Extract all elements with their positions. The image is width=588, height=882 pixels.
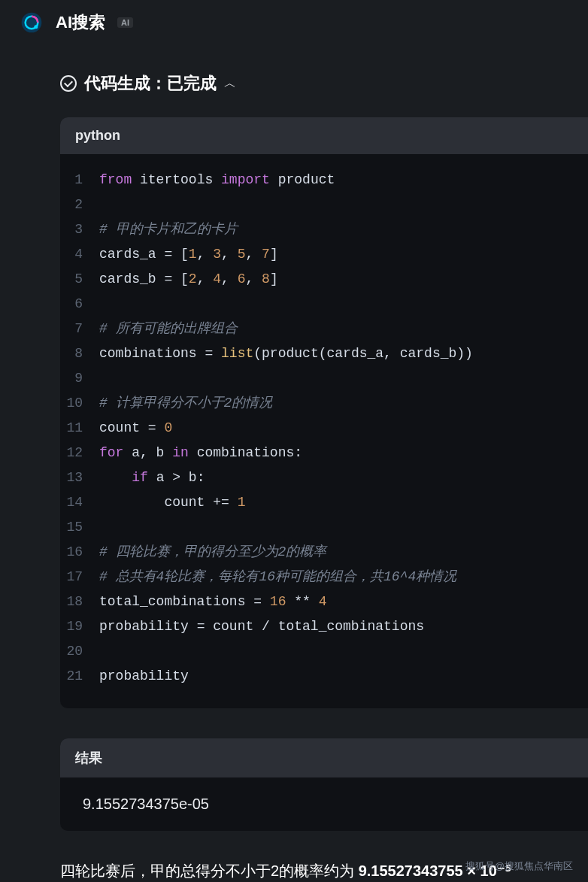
- code-content: total_combinations = 16 ** 4: [99, 590, 326, 614]
- code-line: 21probability: [60, 664, 588, 689]
- code-content: # 所有可能的出牌组合: [99, 317, 238, 341]
- code-line: 8combinations = list(product(cards_a, ca…: [60, 341, 588, 366]
- code-content: probability = count / total_combinations: [99, 614, 424, 639]
- code-line: 15: [60, 515, 588, 540]
- code-content: probability: [99, 664, 189, 689]
- code-line: 1from itertools import product: [60, 168, 588, 192]
- app-title: AI搜索: [56, 11, 105, 34]
- result-value: 9.1552734375e-05: [60, 777, 588, 831]
- code-content: # 总共有4轮比赛，每轮有16种可能的组合，共16^4种情况: [99, 565, 456, 590]
- line-number: 9: [60, 366, 99, 391]
- line-number: 3: [60, 217, 99, 242]
- code-body[interactable]: 1from itertools import product23# 甲的卡片和乙…: [60, 154, 588, 708]
- line-number: 19: [60, 614, 99, 639]
- code-line: 12for a, b in combinations:: [60, 441, 588, 465]
- check-circle-icon: [60, 75, 77, 92]
- code-content: count += 1: [99, 490, 245, 515]
- line-number: 15: [60, 515, 99, 540]
- section-header[interactable]: 代码生成：已完成 ︿: [0, 50, 588, 110]
- code-line: 14 count += 1: [60, 490, 588, 515]
- svg-point-2: [34, 25, 38, 29]
- code-language-label: python: [60, 117, 588, 154]
- line-number: 11: [60, 416, 99, 441]
- app-header: AI搜索 AI: [0, 9, 588, 50]
- code-content: if a > b:: [99, 465, 205, 490]
- line-number: 2: [60, 192, 99, 217]
- line-number: 20: [60, 639, 99, 664]
- code-content: combinations = list(product(cards_a, car…: [99, 341, 473, 366]
- code-line: 9: [60, 366, 588, 391]
- code-block: python 1from itertools import product23#…: [60, 117, 588, 708]
- code-content: cards_b = [2, 4, 6, 8]: [99, 267, 278, 292]
- code-content: # 甲的卡片和乙的卡片: [99, 217, 238, 242]
- code-line: 11count = 0: [60, 416, 588, 441]
- code-line: 18total_combinations = 16 ** 4: [60, 590, 588, 614]
- code-line: 6: [60, 292, 588, 317]
- ai-badge: AI: [117, 17, 133, 28]
- line-number: 7: [60, 317, 99, 341]
- line-number: 13: [60, 465, 99, 490]
- line-number: 16: [60, 540, 99, 565]
- code-line: 5cards_b = [2, 4, 6, 8]: [60, 267, 588, 292]
- line-number: 8: [60, 341, 99, 366]
- watermark: 搜狐号@搜狐焦点华南区: [465, 859, 573, 873]
- code-line: 13 if a > b:: [60, 465, 588, 490]
- line-number: 14: [60, 490, 99, 515]
- code-line: 19probability = count / total_combinatio…: [60, 614, 588, 639]
- line-number: 17: [60, 565, 99, 590]
- code-content: from itertools import product: [99, 168, 335, 192]
- code-content: cards_a = [1, 3, 5, 7]: [99, 242, 278, 267]
- code-line: 20: [60, 639, 588, 664]
- code-content: # 计算甲得分不小于2的情况: [99, 391, 272, 416]
- code-content: for a, b in combinations:: [99, 441, 302, 465]
- code-line: 2: [60, 192, 588, 217]
- result-header: 结果: [60, 738, 588, 777]
- code-content: count = 0: [99, 416, 172, 441]
- section-title: 代码生成：已完成: [84, 72, 217, 95]
- summary-prefix: 四轮比赛后，甲的总得分不小于2的概率约为: [60, 862, 359, 879]
- line-number: 18: [60, 590, 99, 614]
- code-content: # 四轮比赛，甲的得分至少为2的概率: [99, 540, 326, 565]
- line-number: 5: [60, 267, 99, 292]
- code-line: 7# 所有可能的出牌组合: [60, 317, 588, 341]
- line-number: 4: [60, 242, 99, 267]
- line-number: 12: [60, 441, 99, 465]
- code-line: 4cards_a = [1, 3, 5, 7]: [60, 242, 588, 267]
- code-line: 3# 甲的卡片和乙的卡片: [60, 217, 588, 242]
- code-line: 16# 四轮比赛，甲的得分至少为2的概率: [60, 540, 588, 565]
- line-number: 21: [60, 664, 99, 689]
- result-block: 结果 9.1552734375e-05: [60, 738, 588, 831]
- app-logo-icon: [18, 9, 45, 36]
- line-number: 10: [60, 391, 99, 416]
- code-line: 17# 总共有4轮比赛，每轮有16种可能的组合，共16^4种情况: [60, 565, 588, 590]
- summary-text: 四轮比赛后，甲的总得分不小于2的概率约为 9.15527343755 × 10⁻…: [60, 861, 528, 881]
- line-number: 1: [60, 168, 99, 192]
- line-number: 6: [60, 292, 99, 317]
- chevron-up-icon: ︿: [224, 76, 236, 92]
- code-line: 10# 计算甲得分不小于2的情况: [60, 391, 588, 416]
